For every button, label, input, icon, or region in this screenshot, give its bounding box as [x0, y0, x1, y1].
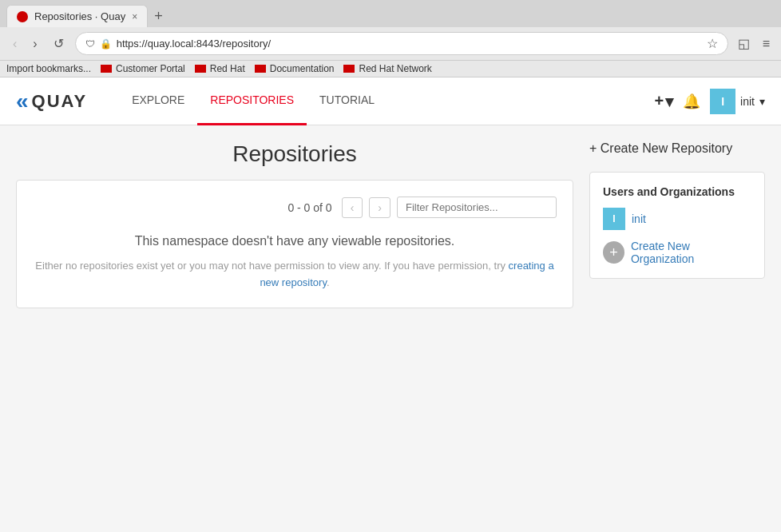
- create-org-label: Create New Organization: [631, 240, 751, 265]
- username-label: init: [740, 95, 755, 108]
- bookmark-redhat[interactable]: Red Hat: [195, 63, 245, 74]
- users-and-organizations-section: Users and Organizations I init + Create …: [589, 172, 765, 279]
- app-nav: « QUAY EXPLORE REPOSITORIES TUTORIAL +▾ …: [0, 77, 781, 125]
- sidebar-username: init: [632, 212, 646, 225]
- redhat-flag-icon-2: [195, 65, 206, 73]
- nav-right: +▾ 🔔 I init ▾: [654, 89, 765, 114]
- bookmark-import[interactable]: Import bookmarks...: [6, 63, 91, 74]
- filter-repositories-input[interactable]: [397, 197, 557, 218]
- bookmark-customer-portal[interactable]: Customer Portal: [101, 63, 185, 74]
- repo-box: 0 - 0 of 0 ‹ › This namespace doesn't ha…: [16, 180, 573, 308]
- browser-tab[interactable]: Repositories · Quay ×: [6, 5, 148, 27]
- pagination-text: 0 - 0 of 0: [287, 201, 331, 214]
- browser-chrome: Repositories · Quay × + ‹ › ↺ 🛡 🔒 https:…: [0, 0, 781, 77]
- bookmark-redhat-network-label: Red Hat Network: [359, 63, 431, 74]
- pocket-icon[interactable]: ◱: [735, 34, 753, 53]
- tab-bar: Repositories · Quay × +: [0, 0, 781, 27]
- bookmark-star-button[interactable]: ☆: [707, 36, 718, 51]
- empty-title: This namespace doesn't have any viewable…: [33, 234, 557, 248]
- left-panel: Repositories 0 - 0 of 0 ‹ › This namespa…: [16, 141, 573, 525]
- redhat-flag-icon-3: [255, 65, 266, 73]
- nav-explore[interactable]: EXPLORE: [119, 77, 197, 125]
- tab-close-button[interactable]: ×: [132, 11, 137, 22]
- empty-desc-after: .: [327, 276, 330, 288]
- forward-button[interactable]: ›: [28, 35, 42, 53]
- create-new-organization-button[interactable]: + Create New Organization: [603, 240, 751, 265]
- main-content: Repositories 0 - 0 of 0 ‹ › This namespa…: [0, 125, 781, 532]
- address-input-wrap: 🛡 🔒 https://quay.local:8443/repository/ …: [75, 32, 728, 55]
- url-display[interactable]: https://quay.local:8443/repository/: [117, 38, 702, 50]
- tab-title: Repositories · Quay: [34, 10, 125, 22]
- menu-icon[interactable]: ≡: [759, 35, 773, 53]
- bookmark-documentation[interactable]: Documentation: [255, 63, 335, 74]
- logo-icon: « QUAY: [16, 89, 87, 114]
- nav-repositories[interactable]: REPOSITORIES: [197, 77, 307, 125]
- page-title: Repositories: [16, 141, 573, 167]
- bookmarks-bar: Import bookmarks... Customer Portal Red …: [0, 60, 781, 77]
- right-panel: + Create New Repository Users and Organi…: [589, 141, 765, 525]
- bookmark-redhat-network[interactable]: Red Hat Network: [343, 63, 431, 74]
- shield-icon: 🛡: [85, 38, 95, 50]
- empty-message: This namespace doesn't have any viewable…: [33, 234, 557, 292]
- bookmark-redhat-label: Red Hat: [210, 63, 245, 74]
- dropdown-arrow-icon: ▾: [759, 95, 765, 108]
- pagination-row: 0 - 0 of 0 ‹ ›: [33, 197, 557, 218]
- tab-favicon: [17, 11, 28, 22]
- reload-button[interactable]: ↺: [49, 34, 69, 53]
- plus-circle-icon: +: [603, 241, 624, 264]
- logo-text: QUAY: [32, 91, 88, 112]
- bookmark-documentation-label: Documentation: [270, 63, 335, 74]
- toolbar-icons: ◱ ≡: [735, 34, 773, 53]
- redhat-flag-icon: [101, 65, 112, 73]
- sidebar-section-title: Users and Organizations: [603, 185, 751, 198]
- bookmark-import-label: Import bookmarks...: [6, 63, 91, 74]
- address-bar: ‹ › ↺ 🛡 🔒 https://quay.local:8443/reposi…: [0, 27, 781, 60]
- notifications-button[interactable]: 🔔: [683, 93, 700, 110]
- nav-links: EXPLORE REPOSITORIES TUTORIAL: [119, 77, 387, 125]
- user-dropdown[interactable]: I init ▾: [710, 89, 765, 114]
- bookmark-customer-portal-label: Customer Portal: [116, 63, 185, 74]
- empty-desc-before: Either no repositories exist yet or you …: [35, 260, 508, 272]
- user-avatar: I: [710, 89, 735, 114]
- create-new-repository-button[interactable]: + Create New Repository: [589, 141, 765, 156]
- new-tab-button[interactable]: +: [148, 8, 169, 25]
- logo[interactable]: « QUAY: [16, 89, 87, 114]
- create-plus-button[interactable]: +▾: [654, 92, 673, 111]
- sidebar-user-avatar: I: [603, 208, 625, 230]
- app: « QUAY EXPLORE REPOSITORIES TUTORIAL +▾ …: [0, 77, 781, 532]
- empty-desc: Either no repositories exist yet or you …: [33, 258, 557, 292]
- nav-tutorial[interactable]: TUTORIAL: [307, 77, 387, 125]
- logo-chevrons: «: [16, 89, 29, 114]
- back-button[interactable]: ‹: [8, 35, 22, 53]
- sidebar-user-item[interactable]: I init: [603, 208, 751, 230]
- prev-page-button[interactable]: ‹: [342, 197, 363, 218]
- lock-icon: 🔒: [100, 38, 112, 50]
- next-page-button[interactable]: ›: [369, 197, 390, 218]
- redhat-flag-icon-4: [343, 65, 355, 73]
